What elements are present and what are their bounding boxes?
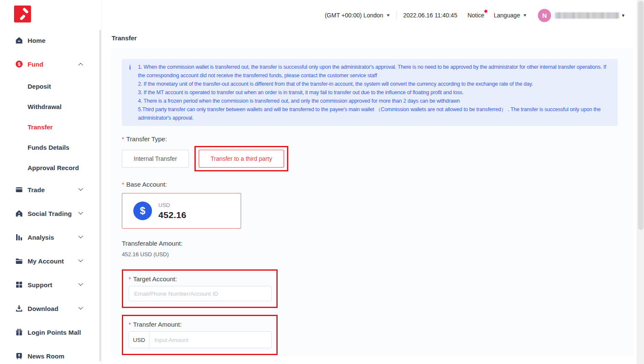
timezone-selector[interactable]: (GMT +00:00) London ▼ (325, 12, 390, 19)
sidebar-item-label: My Account (28, 258, 64, 265)
language-selector[interactable]: Language ▼ (494, 12, 527, 19)
sidebar-item-trade[interactable]: Trade (0, 178, 101, 202)
sidebar-item-label: Deposit (28, 83, 51, 90)
base-account-card[interactable]: $ USD 452.16 (122, 193, 241, 229)
support-icon (15, 281, 23, 288)
chevron-down-icon (78, 281, 83, 286)
sidebar-subitem-deposit[interactable]: Deposit (0, 76, 101, 96)
sidebar-item-login-points-mall[interactable]: Login Points Mall (0, 320, 101, 344)
required-asterisk: * (129, 276, 131, 283)
window-scrollbar[interactable] (637, 0, 644, 364)
topbar-divider (397, 11, 397, 19)
sidebar-subitem-approval-record[interactable]: Approval Record (0, 157, 101, 178)
caret-down-icon: ▼ (523, 13, 528, 17)
transfer-amount-input[interactable] (149, 332, 271, 348)
sidebar-item-label: Login Points Mall (28, 329, 81, 336)
sidebar-item-label: Analysis (28, 234, 54, 241)
annotation-box-transfer-type: Transfer to a third party (194, 146, 288, 171)
chevron-down-icon (78, 234, 83, 238)
transfer-type-label: * Transfer Type: (122, 135, 618, 143)
target-account-label: * Target Account: (129, 275, 271, 283)
sidebar-item-label: Withdrawal (28, 103, 62, 110)
chevron-down-icon (78, 186, 83, 191)
annotation-box-transfer-amount: * Transfer Amount: USD (122, 315, 278, 355)
news-room-icon (15, 352, 23, 360)
user-menu[interactable]: N ▼ (538, 9, 625, 22)
notice-line: 3. If the MT account is operated to tran… (138, 88, 612, 97)
sidebar-subitem-transfer[interactable]: Transfer (0, 117, 101, 137)
my-account-icon (15, 257, 23, 265)
home-icon (15, 36, 23, 44)
caret-down-icon: ▼ (621, 13, 625, 18)
gift-icon (15, 328, 23, 336)
notice-line: 2. If the monetary unit of the transfer-… (138, 80, 612, 88)
sidebar-subitem-withdrawal[interactable]: Withdrawal (0, 96, 101, 117)
info-icon: i (122, 63, 138, 122)
timezone-label: (GMT +00:00) London (325, 12, 383, 19)
sidebar-item-label: Social Trading (28, 210, 72, 217)
sidebar-nav: Home $ Fund Deposit Withdrawal Transfer … (0, 28, 101, 364)
required-asterisk: * (122, 136, 124, 143)
sidebar-item-fund[interactable]: $ Fund (0, 52, 101, 76)
sidebar: Home $ Fund Deposit Withdrawal Transfer … (0, 0, 102, 364)
sidebar-item-label: News Room (28, 353, 65, 360)
sidebar-item-download[interactable]: Download (0, 297, 101, 320)
sidebar-item-social-trading[interactable]: Social Trading (0, 202, 101, 225)
trade-icon (15, 186, 23, 193)
sidebar-item-news-room[interactable]: News Room (0, 344, 101, 364)
chevron-up-icon (78, 63, 83, 67)
required-asterisk: * (122, 181, 124, 188)
notice-badge-dot (484, 10, 487, 13)
topbar: (GMT +00:00) London ▼ 2022.06.16 11:40:4… (102, 0, 644, 31)
target-account-input[interactable] (129, 286, 272, 301)
base-account-currency: USD (158, 202, 186, 208)
caret-down-icon: ▼ (386, 13, 391, 17)
annotation-box-target-account: * Target Account: (122, 269, 278, 308)
sidebar-item-label: Approval Record (28, 164, 79, 171)
transfer-panel: i 1. When the commission wallet is trans… (111, 48, 634, 356)
sidebar-item-home[interactable]: Home (0, 28, 101, 52)
sidebar-item-label: Fund (28, 61, 43, 68)
fund-icon: $ (15, 60, 23, 68)
required-asterisk: * (129, 321, 131, 328)
sidebar-scrollbar-thumb[interactable] (99, 30, 101, 361)
page-title: Transfer (102, 31, 644, 42)
sidebar-item-label: Support (28, 281, 52, 288)
notice-button[interactable]: Notice (467, 12, 484, 19)
transfer-amount-group: USD (129, 331, 272, 348)
chevron-down-icon (78, 258, 83, 262)
amount-currency-prefix: USD (129, 332, 149, 348)
brand-logo-icon[interactable] (14, 6, 31, 22)
sidebar-item-label-active: Transfer (28, 123, 53, 131)
chevron-down-icon (78, 305, 83, 310)
notice-line: 5.Third party transfer can only transfer… (138, 105, 612, 122)
download-icon (15, 305, 23, 312)
sidebar-item-support[interactable]: Support (0, 273, 101, 297)
notice-line: 4. There is a frozen period when the com… (138, 97, 612, 105)
sidebar-item-label: Home (28, 37, 45, 44)
sidebar-item-my-account[interactable]: My Account (0, 249, 101, 273)
transfer-amount-label: * Transfer Amount: (129, 321, 271, 328)
third-party-transfer-button[interactable]: Transfer to a third party (199, 150, 284, 168)
notice-label: Notice (467, 12, 484, 19)
datetime-label: 2022.06.16 11:40:45 (403, 12, 457, 19)
window-scrollbar-thumb[interactable] (638, 1, 644, 230)
social-trading-icon (15, 210, 23, 217)
avatar[interactable]: N (538, 9, 551, 22)
username-redacted (555, 12, 619, 19)
chevron-down-icon (78, 210, 83, 215)
sidebar-item-analysis[interactable]: Analysis (0, 225, 101, 249)
sidebar-item-label: Trade (28, 186, 45, 193)
language-label: Language (494, 12, 520, 19)
internal-transfer-button[interactable]: Internal Transfer (122, 150, 189, 168)
analysis-icon (15, 233, 23, 241)
base-account-amount: 452.16 (158, 210, 186, 220)
sidebar-subitem-funds-details[interactable]: Funds Details (0, 137, 101, 157)
dollar-icon: $ (133, 202, 152, 220)
base-account-label: * Base Account: (122, 181, 618, 188)
transferable-amount-label: Transferable Amount: (122, 240, 618, 247)
sidebar-item-label: Download (28, 305, 58, 312)
main-area: (GMT +00:00) London ▼ 2022.06.16 11:40:4… (102, 0, 644, 364)
transferable-amount-value: 452.16 USD (USD) (122, 251, 618, 258)
notice-line: 1. When the commission wallet is transfe… (138, 63, 612, 80)
